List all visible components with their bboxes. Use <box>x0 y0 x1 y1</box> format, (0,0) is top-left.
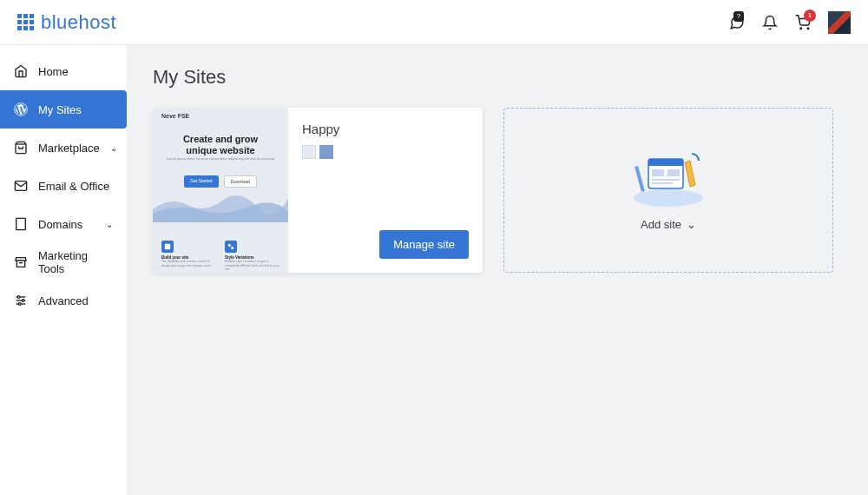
sidebar-label: Home <box>38 65 113 78</box>
cart-badge: 1 <box>804 10 816 22</box>
chat-badge: ? <box>733 11 744 22</box>
page-title: My Sites <box>153 66 842 89</box>
sidebar-label: Email & Office <box>38 180 113 193</box>
sidebar-item-domains[interactable]: Domains ⌄ <box>0 205 127 243</box>
bell-icon[interactable] <box>762 15 778 30</box>
preview-subtext: Lorem ipsum dolor sit amet consectetur a… <box>161 156 279 161</box>
svg-rect-21 <box>165 244 170 249</box>
svg-point-24 <box>634 189 703 207</box>
main-content: My Sites Neve FSE Create and growunique … <box>127 45 868 495</box>
swatch-light[interactable] <box>302 145 316 159</box>
home-icon <box>14 64 28 78</box>
svg-rect-27 <box>652 169 664 176</box>
site-info: Happy Manage site <box>288 108 483 273</box>
preview-mountains-icon <box>153 188 288 222</box>
add-site-label: Add site ⌄ <box>641 218 696 231</box>
mail-icon <box>14 179 28 193</box>
brand-name: bluehost <box>41 11 116 34</box>
avatar[interactable] <box>828 11 851 34</box>
svg-point-22 <box>228 244 231 247</box>
site-name: Happy <box>302 122 469 136</box>
swatch-blue[interactable] <box>319 145 333 159</box>
brand-logo[interactable]: bluehost <box>17 11 116 34</box>
top-actions: ? 1 <box>729 11 851 34</box>
sidebar-label: Domains <box>38 218 95 231</box>
top-bar: bluehost ? 1 <box>0 0 868 45</box>
site-cards: Neve FSE Create and growunique website L… <box>153 108 842 273</box>
sidebar-label: My Sites <box>38 103 113 116</box>
sidebar-item-marketing[interactable]: Marketing Tools <box>0 243 127 281</box>
add-site-card[interactable]: Add site ⌄ <box>503 108 833 273</box>
sidebar-item-home[interactable]: Home <box>0 52 127 90</box>
manage-site-button[interactable]: Manage site <box>379 230 469 259</box>
preview-cta-primary: Get Started <box>184 175 219 188</box>
sidebar-item-mysites[interactable]: My Sites <box>0 90 127 129</box>
svg-point-19 <box>22 300 24 302</box>
svg-point-1 <box>807 28 809 30</box>
store-icon <box>14 255 28 269</box>
chat-icon[interactable]: ? <box>729 15 745 30</box>
bag-icon <box>14 141 28 155</box>
sliders-icon <box>14 294 28 307</box>
logo-icon <box>17 14 34 30</box>
preview-theme: Neve FSE <box>161 113 189 119</box>
svg-rect-26 <box>648 159 683 166</box>
svg-rect-5 <box>16 218 26 229</box>
svg-rect-28 <box>667 169 680 176</box>
sidebar-item-marketplace[interactable]: Marketplace ⌄ <box>0 129 127 167</box>
feature-icon <box>161 241 174 253</box>
svg-point-20 <box>18 303 21 306</box>
sidebar: Home My Sites Marketplace ⌄ Email & Offi… <box>0 45 127 495</box>
sidebar-item-email[interactable]: Email & Office <box>0 167 127 205</box>
sidebar-item-advanced[interactable]: Advanced <box>0 281 127 320</box>
wordpress-icon <box>14 102 28 116</box>
site-swatches <box>302 145 469 159</box>
chevron-down-icon: ⌄ <box>110 143 117 153</box>
sidebar-label: Marketing Tools <box>38 249 113 275</box>
site-preview[interactable]: Neve FSE Create and growunique website L… <box>153 108 288 273</box>
cart-icon[interactable]: 1 <box>795 15 811 30</box>
preview-headline: Create and growunique website <box>153 134 288 156</box>
chevron-down-icon: ⌄ <box>106 220 113 229</box>
svg-point-18 <box>17 296 20 299</box>
feature-icon <box>225 241 237 253</box>
sidebar-label: Marketplace <box>38 142 100 155</box>
add-site-illustration-icon <box>629 150 707 208</box>
svg-point-23 <box>231 247 233 249</box>
svg-point-0 <box>800 28 802 30</box>
site-card: Neve FSE Create and growunique website L… <box>153 108 483 273</box>
chevron-down-icon: ⌄ <box>687 218 696 231</box>
sidebar-label: Advanced <box>38 294 113 307</box>
preview-features: Build your site The flexibility and crea… <box>153 241 288 271</box>
preview-cta-secondary: Download <box>224 175 257 188</box>
building-icon <box>14 217 28 231</box>
svg-rect-31 <box>635 165 645 191</box>
